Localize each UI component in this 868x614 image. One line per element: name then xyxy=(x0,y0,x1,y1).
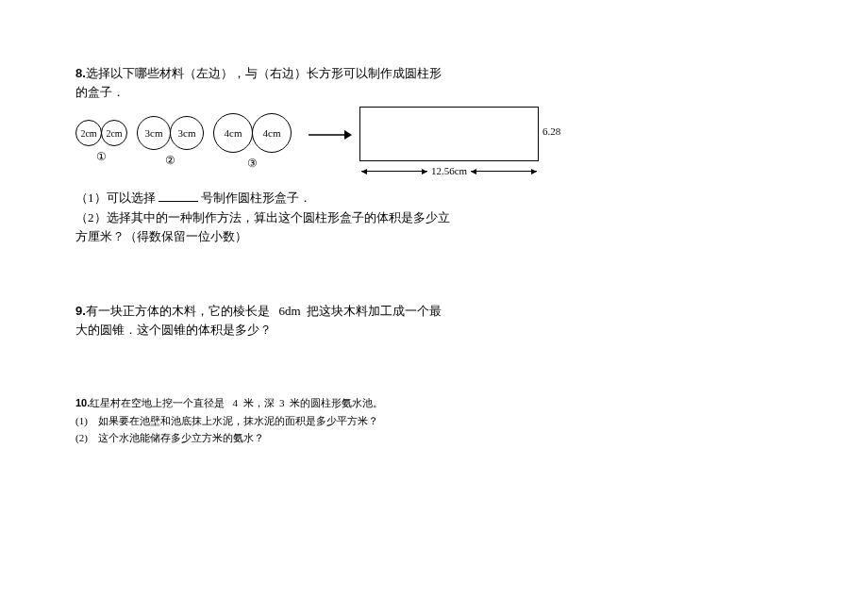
option-3-label: ③ xyxy=(247,155,258,172)
q10-text-c: 米的圆柱形氨水池。 xyxy=(290,397,383,408)
q8-sub1-a: （1）可以选择 xyxy=(75,191,159,205)
option-2-label: ② xyxy=(165,152,175,169)
rect-height-value: 6.28 xyxy=(542,124,560,140)
rect-width-value: 12.56cm xyxy=(427,163,471,179)
q8-number: 8. xyxy=(75,66,86,80)
circle-1b: 2cm xyxy=(101,120,127,146)
q8-sub2: （2）选择其中的一种制作方法，算出这个圆柱形盒子的体积是多少立方厘米？（得数保留… xyxy=(75,208,453,245)
q10-text-b: 米，深 xyxy=(243,397,275,408)
q10-sub2: (2) 这个水池能储存多少立方米的氨水？ xyxy=(75,430,793,446)
q10-v1: 4 xyxy=(233,397,239,408)
q9-number: 9. xyxy=(75,304,86,318)
circle-option-2: 3cm 3cm ② xyxy=(137,116,204,169)
q9-value: 6dm xyxy=(279,304,301,318)
q8-intro-text: 选择以下哪些材料（左边），与（右边）长方形可以制作成圆柱形的盒子． xyxy=(75,66,442,99)
fill-blank[interactable] xyxy=(159,190,198,202)
svg-marker-1 xyxy=(344,130,352,140)
dim-arrow-left-icon xyxy=(361,171,427,172)
dim-arrow-right-icon xyxy=(471,171,537,172)
q10-sub1: (1) 如果要在池壁和池底抹上水泥，抹水泥的面积是多少平方米？ xyxy=(75,413,793,429)
circle-2a: 3cm xyxy=(137,116,171,150)
problem-9: 9.有一块正方体的木料，它的棱长是 6dm 把这块木料加工成一个最大的圆锥．这个… xyxy=(75,302,453,339)
q8-sub1: （1）可以选择 号制作圆柱形盒子． xyxy=(75,189,793,207)
q8-sub1-b: 号制作圆柱形盒子． xyxy=(198,191,311,205)
arrow-icon xyxy=(309,127,352,146)
circle-option-3: 4cm 4cm ③ xyxy=(213,113,292,172)
q10-v2: 3 xyxy=(279,397,285,408)
q8-figure: 2cm 2cm ① 3cm 3cm ② 4cm 4cm ③ xyxy=(75,107,793,179)
rectangle-wrap: 12.56cm 6.28 xyxy=(359,107,560,179)
rect-width-dim: 12.56cm xyxy=(361,163,537,179)
q8-intro: 8.选择以下哪些材料（左边），与（右边）长方形可以制作成圆柱形的盒子． xyxy=(75,64,453,101)
q9-text-a: 有一块正方体的木料，它的棱长是 xyxy=(86,304,270,318)
circle-3a: 4cm xyxy=(213,113,253,153)
circle-2b: 3cm xyxy=(170,116,204,150)
problem-10: 10.红星村在空地上挖一个直径是 4 米，深 3 米的圆柱形氨水池。 (1) 如… xyxy=(75,395,793,446)
problem-8: 8.选择以下哪些材料（左边），与（右边）长方形可以制作成圆柱形的盒子． 2cm … xyxy=(75,64,793,245)
circle-1a: 2cm xyxy=(75,120,102,146)
rectangle xyxy=(359,107,539,161)
q10-text-a: 红星村在空地上挖一个直径是 xyxy=(90,397,225,408)
option-1-label: ① xyxy=(96,148,107,165)
circle-3b: 4cm xyxy=(252,113,292,153)
circle-option-1: 2cm 2cm ① xyxy=(75,120,127,165)
q10-number: 10. xyxy=(75,397,90,408)
